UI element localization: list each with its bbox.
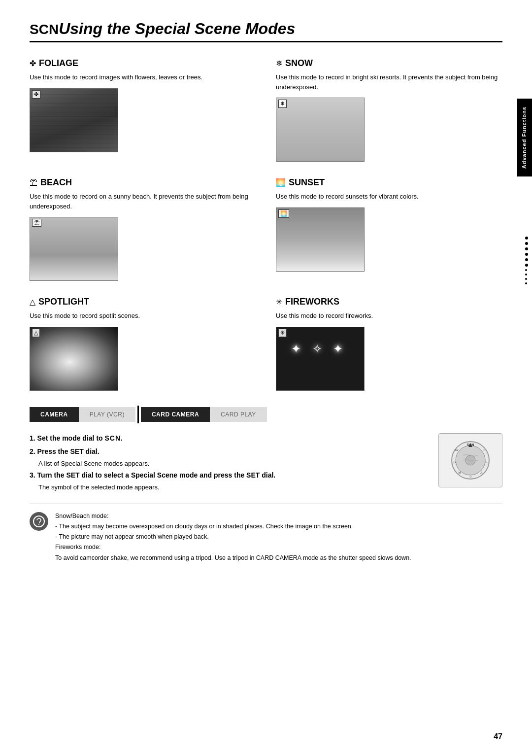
note-svg bbox=[33, 515, 45, 527]
snow-section: ❄ SNOW Use this mode to record in bright… bbox=[266, 52, 502, 172]
step-3-text: Turn the SET dial to select a Special Sc… bbox=[37, 471, 276, 479]
fireworks-icon: ✳ bbox=[276, 297, 282, 307]
fireworks-image: ✳ bbox=[276, 327, 365, 391]
step-3: 3. Turn the SET dial to select a Special… bbox=[30, 470, 429, 481]
step-1-text: Set the mode dial to SCN. bbox=[37, 434, 123, 442]
snow-image: ❄ bbox=[276, 98, 365, 162]
svg-text:Tv: Tv bbox=[453, 460, 457, 463]
svg-text:M: M bbox=[459, 471, 461, 474]
step-2: 2. Press the SET dial. bbox=[30, 447, 429, 457]
svg-text:△: △ bbox=[480, 471, 483, 474]
spotlight-icon: △ bbox=[30, 297, 35, 307]
beach-corner-icon: ⛱ bbox=[32, 219, 41, 227]
nav-divider bbox=[137, 406, 139, 423]
step-2-number: 2. bbox=[30, 447, 35, 455]
foliage-title-text: FOLIAGE bbox=[39, 58, 78, 69]
sunset-title: 🌅 SUNSET bbox=[276, 177, 502, 188]
beach-section: ⛱ BEACH Use this mode to record on a sun… bbox=[30, 172, 266, 291]
sunset-icon: 🌅 bbox=[276, 178, 286, 187]
step-3-number: 3. bbox=[30, 471, 35, 479]
svg-text:Av: Av bbox=[455, 448, 459, 451]
dial-image: SCN ○ □ △ ◇ M Tv Av bbox=[438, 433, 502, 487]
dot-8 bbox=[525, 274, 527, 275]
dial-svg: SCN ○ □ △ ◇ M Tv Av bbox=[446, 438, 495, 482]
sunset-image: 🌅 bbox=[276, 207, 365, 272]
camera-button[interactable]: CAMERA bbox=[30, 407, 79, 422]
snow-icon: ❄ bbox=[276, 59, 282, 68]
foliage-image: ✤ bbox=[30, 88, 118, 152]
step-1-number: 1. bbox=[30, 434, 35, 442]
foliage-desc: Use this mode to record images with flow… bbox=[30, 72, 256, 82]
scn-prefix: SCN bbox=[30, 22, 59, 37]
steps-text: 1. Set the mode dial to SCN. 2. Press th… bbox=[30, 433, 429, 494]
beach-title-text: BEACH bbox=[40, 177, 72, 188]
fireworks-title: ✳ FIREWORKS bbox=[276, 297, 502, 307]
step-2-text: Press the SET dial. bbox=[37, 447, 100, 455]
note-item-1: - The subject may become overexposed on … bbox=[55, 523, 353, 530]
note-icon bbox=[30, 512, 48, 531]
dot-4 bbox=[525, 253, 528, 256]
fireworks-text: To avoid camcorder shake, we recommend u… bbox=[55, 554, 411, 561]
sunset-section: 🌅 SUNSET Use this mode to record sunsets… bbox=[266, 172, 502, 291]
foliage-icon: ✤ bbox=[30, 59, 36, 68]
foliage-corner-icon: ✤ bbox=[32, 90, 40, 99]
sunset-desc: Use this mode to record sunsets for vibr… bbox=[276, 192, 502, 202]
page-number: 47 bbox=[494, 732, 502, 741]
notes-section: Snow/Beach mode: - The subject may becom… bbox=[30, 504, 502, 563]
spotlight-section: △ SPOTLIGHT Use this mode to record spot… bbox=[30, 291, 266, 401]
dot-2 bbox=[525, 242, 528, 245]
fireworks-desc: Use this mode to record fireworks. bbox=[276, 311, 502, 321]
step-1: 1. Set the mode dial to SCN. bbox=[30, 433, 429, 444]
spotlight-image: △ bbox=[30, 327, 118, 391]
fireworks-section: ✳ FIREWORKS Use this mode to record fire… bbox=[266, 291, 502, 401]
dot-3 bbox=[525, 247, 528, 250]
dot-10 bbox=[525, 282, 527, 284]
beach-icon: ⛱ bbox=[30, 178, 37, 187]
spotlight-desc: Use this mode to record spotlit scenes. bbox=[30, 311, 256, 321]
foliage-title: ✤ FOLIAGE bbox=[30, 58, 256, 69]
dot-9 bbox=[525, 278, 527, 280]
note-text: Snow/Beach mode: - The subject may becom… bbox=[55, 511, 411, 563]
snow-title: ❄ SNOW bbox=[276, 58, 502, 69]
foliage-section: ✤ FOLIAGE Use this mode to record images… bbox=[30, 52, 266, 172]
dot-7 bbox=[525, 269, 527, 271]
snow-corner-icon: ❄ bbox=[278, 100, 287, 108]
sunset-corner-icon: 🌅 bbox=[278, 209, 289, 218]
snow-beach-title: Snow/Beach mode: bbox=[55, 513, 108, 519]
svg-point-12 bbox=[33, 516, 44, 527]
content-grid: ✤ FOLIAGE Use this mode to record images… bbox=[30, 52, 502, 401]
play-vcr-button[interactable]: PLAY (VCR) bbox=[79, 407, 135, 422]
sunset-title-text: SUNSET bbox=[289, 177, 325, 188]
fireworks-title: Fireworks mode: bbox=[55, 544, 100, 550]
fireworks-title-text: FIREWORKS bbox=[285, 297, 339, 307]
snow-title-text: SNOW bbox=[285, 58, 313, 69]
spotlight-title-text: SPOTLIGHT bbox=[38, 297, 89, 307]
dot-5 bbox=[525, 258, 528, 261]
card-play-button[interactable]: CARD PLAY bbox=[210, 407, 267, 422]
sidebar-dots bbox=[525, 237, 528, 284]
note-item-2: - The picture may not appear smooth when… bbox=[55, 533, 209, 540]
dot-1 bbox=[525, 237, 528, 240]
step-3-desc: The symbol of the selected mode appears. bbox=[38, 483, 429, 491]
svg-text:◇: ◇ bbox=[469, 475, 472, 478]
spotlight-corner-icon: △ bbox=[32, 329, 40, 337]
spotlight-title: △ SPOTLIGHT bbox=[30, 297, 256, 307]
snow-desc: Use this mode to record in bright ski re… bbox=[276, 72, 502, 92]
svg-text:○: ○ bbox=[483, 448, 485, 451]
svg-point-13 bbox=[38, 524, 39, 525]
svg-text:□: □ bbox=[485, 460, 487, 463]
steps-section: 1. Set the mode dial to SCN. 2. Press th… bbox=[30, 433, 502, 494]
beach-title: ⛱ BEACH bbox=[30, 177, 256, 188]
title-text: Using the Special Scene Modes bbox=[59, 20, 295, 37]
fireworks-corner-icon: ✳ bbox=[278, 329, 287, 337]
dot-6 bbox=[525, 264, 528, 267]
sidebar-tab: Advanced Functions bbox=[517, 99, 532, 176]
beach-image: ⛱ bbox=[30, 217, 118, 281]
nav-bar: CAMERA PLAY (VCR) CARD CAMERA CARD PLAY bbox=[30, 406, 502, 423]
beach-desc: Use this mode to record on a sunny beach… bbox=[30, 192, 256, 211]
step-2-desc: A list of Special Scene modes appears. bbox=[38, 460, 429, 467]
page-title: SCNUsing the Special Scene Modes bbox=[30, 20, 502, 42]
card-camera-button[interactable]: CARD CAMERA bbox=[141, 407, 210, 422]
